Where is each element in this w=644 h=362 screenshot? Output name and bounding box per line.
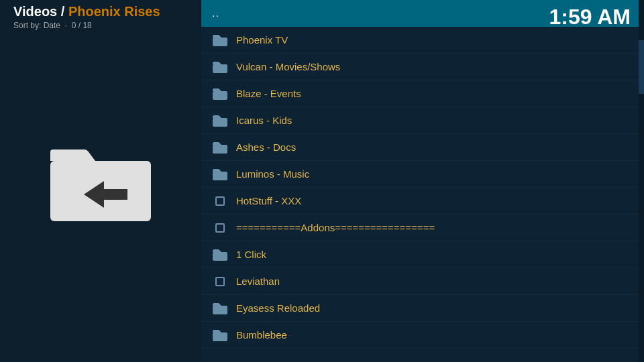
folder-icon: [212, 139, 228, 156]
square-icon: [212, 274, 228, 290]
list-item[interactable]: Bumblebee: [201, 322, 644, 349]
item-count: 0 / 18: [72, 21, 92, 30]
list-item[interactable]: Vulcan - Movies/Shows: [201, 54, 644, 80]
svg-rect-11: [213, 252, 227, 261]
svg-rect-13: [213, 306, 227, 314]
list-panel: .. Phoenix TV Vulcan - Movies/Shows Blaz…: [201, 0, 644, 362]
scrollbar[interactable]: [639, 0, 644, 362]
svg-rect-8: [213, 172, 227, 180]
list-item-label: Ashes - Docs: [236, 141, 296, 153]
folder-icon: [212, 113, 228, 129]
svg-rect-12: [216, 278, 224, 286]
svg-rect-7: [213, 145, 227, 154]
sort-label: Sort by: Date: [13, 21, 60, 30]
square-icon: [212, 193, 228, 209]
list-item[interactable]: Blaze - Events: [201, 80, 644, 107]
list-item[interactable]: Ashes - Docs: [201, 134, 644, 161]
svg-rect-4: [213, 64, 227, 73]
list-item[interactable]: ===========Addons=================: [201, 215, 644, 241]
list-item[interactable]: Luminos - Music: [201, 161, 644, 188]
svg-rect-9: [216, 197, 224, 205]
sort-info: Sort by: Date · 0 / 18: [13, 21, 160, 30]
list-item-label: 1 Click: [236, 249, 266, 260]
svg-rect-10: [216, 224, 224, 232]
list-item[interactable]: Eyasess Reloaded: [201, 295, 644, 322]
list-container: Phoenix TV Vulcan - Movies/Shows Blaze -…: [201, 27, 644, 349]
top-bar: Videos / Phoenix Rises Sort by: Date · 0…: [0, 0, 644, 34]
list-item-label: Bumblebee: [236, 329, 287, 341]
left-panel: [0, 0, 201, 362]
svg-rect-3: [213, 38, 227, 46]
square-icon: [212, 220, 228, 236]
list-item-label: Luminos - Music: [236, 168, 309, 180]
list-item-label: Blaze - Events: [236, 88, 301, 99]
svg-rect-14: [213, 333, 227, 341]
list-item-label: Icarus - Kids: [236, 115, 292, 126]
list-item[interactable]: HotStuff - XXX: [201, 188, 644, 215]
svg-rect-2: [104, 189, 127, 200]
list-item[interactable]: Icarus - Kids: [201, 107, 644, 134]
list-item-label: Leviathan: [236, 276, 280, 287]
list-item-label: Vulcan - Movies/Shows: [236, 61, 340, 72]
folder-icon: [212, 32, 228, 48]
clock: 1:59 AM: [549, 5, 631, 29]
folder-icon: [212, 166, 228, 182]
folder-icon: [212, 300, 228, 316]
folder-icon: [212, 86, 228, 102]
breadcrumb: Videos / Phoenix Rises Sort by: Date · 0…: [13, 4, 160, 30]
folder-icon: [212, 59, 228, 75]
folder-icon: [212, 327, 228, 343]
scrollbar-thumb[interactable]: [639, 40, 644, 94]
folder-icon: [212, 247, 228, 263]
list-item-label: Eyasess Reloaded: [236, 302, 320, 314]
list-item[interactable]: 1 Click: [201, 241, 644, 268]
breadcrumb-highlight: Phoenix Rises: [68, 4, 160, 19]
svg-rect-5: [213, 91, 227, 100]
svg-rect-6: [213, 118, 227, 127]
folder-back-icon: [47, 137, 154, 225]
list-item[interactable]: Leviathan: [201, 268, 644, 295]
list-item-label: ===========Addons=================: [236, 222, 435, 233]
page-title: Videos / Phoenix Rises: [13, 4, 160, 19]
breadcrumb-base: Videos /: [13, 4, 68, 19]
list-item-label: HotStuff - XXX: [236, 195, 301, 206]
list-item-label: Phoenix TV: [236, 34, 288, 46]
